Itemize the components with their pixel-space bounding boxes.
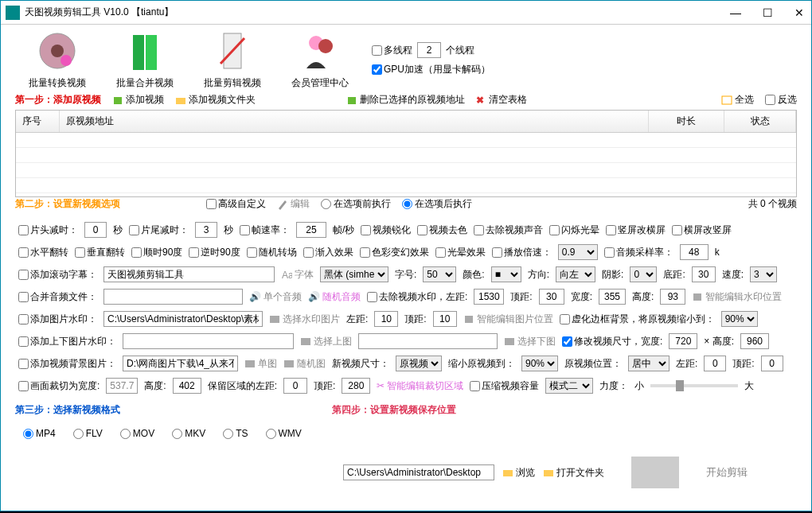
multi-thread-checkbox[interactable]: 多线程 bbox=[372, 44, 412, 57]
blur-select[interactable]: 90% bbox=[721, 311, 758, 327]
vh-input[interactable] bbox=[740, 333, 769, 349]
h2v-cb[interactable]: 横屏改竖屏 bbox=[672, 223, 732, 237]
bg-img-cb[interactable]: 添加视频背景图片： bbox=[18, 357, 116, 371]
new-size-select[interactable]: 原视频 bbox=[396, 356, 442, 371]
tool-merge[interactable]: 批量合并视频 bbox=[101, 29, 189, 90]
tb-wm-cb[interactable]: 添加上下图片水印： bbox=[18, 335, 116, 348]
gradual-cb[interactable]: 渐入效果 bbox=[303, 246, 353, 259]
bdist-input[interactable] bbox=[692, 266, 716, 282]
smart-crop-button[interactable]: ✂智能编辑裁切区域 bbox=[377, 379, 463, 393]
fmt-ts[interactable]: TS bbox=[223, 428, 248, 439]
mod-size-cb[interactable]: 修改视频尺寸，宽度: bbox=[562, 335, 662, 348]
pos-select[interactable]: 居中 bbox=[628, 356, 670, 371]
wm-l-input[interactable] bbox=[374, 311, 398, 327]
fps-cb[interactable]: 帧速率： bbox=[240, 223, 290, 237]
ccw-cb[interactable]: 逆时90度 bbox=[189, 246, 240, 259]
before-radio[interactable]: 在选项前执行 bbox=[321, 197, 391, 211]
crop-w-input[interactable] bbox=[106, 378, 138, 394]
tail-cut-cb[interactable]: 片尾减时： bbox=[129, 223, 189, 237]
start-button[interactable]: 开始剪辑 bbox=[706, 465, 748, 480]
keep-t-input[interactable] bbox=[342, 378, 370, 394]
vw-input[interactable] bbox=[669, 333, 697, 349]
tb-wm-input2[interactable] bbox=[358, 333, 498, 349]
tb-wm-input[interactable] bbox=[123, 333, 294, 349]
video-table[interactable]: 序号 原视频地址 时长 状态 bbox=[15, 110, 797, 197]
choose-top-button[interactable]: 选择上图 bbox=[300, 335, 352, 348]
compress-slider[interactable] bbox=[650, 384, 738, 387]
fmt-mkv[interactable]: MKV bbox=[172, 428, 205, 439]
dir-select[interactable]: 向左 bbox=[556, 266, 595, 282]
font-size-select[interactable]: 50 bbox=[423, 266, 456, 282]
sharpen-cb[interactable]: 视频锐化 bbox=[361, 223, 411, 237]
tail-cut-input[interactable] bbox=[195, 222, 217, 238]
color-select[interactable]: ■ bbox=[491, 266, 521, 282]
advanced-checkbox[interactable]: 高级自定义 bbox=[206, 197, 266, 211]
fps-input[interactable] bbox=[296, 222, 326, 238]
srate-cb[interactable]: 音频采样率： bbox=[604, 246, 673, 259]
merge-audio-input[interactable] bbox=[103, 289, 243, 305]
img-wm-cb[interactable]: 添加图片水印： bbox=[18, 313, 97, 326]
merge-audio-cb[interactable]: 合并音频文件： bbox=[18, 290, 97, 304]
cw-cb[interactable]: 顺时90度 bbox=[131, 246, 182, 259]
desat-cb[interactable]: 视频去色 bbox=[417, 223, 467, 237]
rand-img-button[interactable]: 随机图 bbox=[283, 357, 326, 371]
img-wm-path-input[interactable] bbox=[103, 311, 263, 327]
glow-cb[interactable]: 光晕效果 bbox=[435, 246, 486, 259]
font-button[interactable]: Aa字体 bbox=[281, 268, 314, 282]
save-path-input[interactable] bbox=[343, 464, 494, 480]
srate-input[interactable] bbox=[680, 244, 709, 260]
gpu-checkbox[interactable]: GPU加速（用显卡解码） bbox=[372, 63, 490, 76]
single-audio-button[interactable]: 🔊单个音频 bbox=[249, 290, 302, 304]
add-folder-button[interactable]: 添加视频文件夹 bbox=[175, 93, 256, 107]
invert-select-checkbox[interactable]: 反选 bbox=[765, 93, 797, 107]
rand-audio-button[interactable]: 🔊随机音频 bbox=[308, 290, 361, 304]
fmt-wmv[interactable]: WMV bbox=[266, 428, 302, 439]
shadow-select[interactable]: 0 bbox=[630, 266, 657, 282]
crop-h-input[interactable] bbox=[173, 378, 201, 394]
smart-wm-button[interactable]: 智能编辑水印位置 bbox=[692, 290, 782, 304]
scroll-text-input[interactable] bbox=[103, 266, 275, 282]
tool-member[interactable]: 会员管理中心 bbox=[276, 29, 364, 90]
choose-wm-button[interactable]: 选择水印图片 bbox=[269, 313, 340, 326]
edit-button[interactable]: 编辑 bbox=[277, 197, 310, 211]
tool-convert[interactable]: 批量转换视频 bbox=[14, 29, 101, 90]
speed-select[interactable]: 0.9 bbox=[558, 244, 598, 260]
speed-cb[interactable]: 播放倍速： bbox=[492, 246, 552, 259]
minimize-button[interactable]: — bbox=[728, 6, 743, 20]
single-img-button[interactable]: 单图 bbox=[244, 357, 277, 371]
close-button[interactable]: ✕ bbox=[792, 6, 806, 20]
flipv-cb[interactable]: 垂直翻转 bbox=[75, 246, 125, 259]
bg-path-input[interactable] bbox=[123, 356, 238, 371]
fliph-cb[interactable]: 水平翻转 bbox=[18, 246, 68, 259]
fmt-flv[interactable]: FLV bbox=[73, 428, 103, 439]
add-video-button[interactable]: 添加视频 bbox=[112, 93, 164, 107]
thread-count-input[interactable] bbox=[417, 42, 441, 58]
fmt-mov[interactable]: MOV bbox=[120, 428, 154, 439]
randtrans-cb[interactable]: 随机转场 bbox=[247, 246, 297, 259]
rm-wm-h-input[interactable] bbox=[660, 289, 685, 305]
delete-selected-button[interactable]: 删除已选择的原视频地址 bbox=[346, 93, 465, 107]
rm-audio-cb[interactable]: 去除视频声音 bbox=[474, 223, 543, 237]
nt-input[interactable] bbox=[761, 356, 783, 371]
shrink-select[interactable]: 90% bbox=[521, 356, 558, 371]
flash-cb[interactable]: 闪烁光晕 bbox=[549, 223, 599, 237]
head-cut-cb[interactable]: 片头减时： bbox=[18, 223, 78, 237]
font-select[interactable]: 黑体 (simhei) bbox=[320, 266, 388, 282]
nl-input[interactable] bbox=[704, 356, 726, 371]
v2h-cb[interactable]: 竖屏改横屏 bbox=[606, 223, 666, 237]
clear-table-button[interactable]: ✖清空表格 bbox=[476, 93, 527, 107]
fmt-mp4[interactable]: MP4 bbox=[23, 428, 56, 439]
rm-wm-cb[interactable]: 去除视频水印，左距: bbox=[367, 290, 467, 304]
wm-t-input[interactable] bbox=[433, 311, 457, 327]
keep-l-input[interactable] bbox=[283, 378, 307, 394]
head-cut-input[interactable] bbox=[84, 222, 107, 238]
scroll-text-cb[interactable]: 添加滚动字幕： bbox=[18, 268, 97, 282]
colorshift-cb[interactable]: 色彩变幻效果 bbox=[360, 246, 429, 259]
rm-wm-l-input[interactable] bbox=[474, 289, 504, 305]
compress-mode-select[interactable]: 模式二 bbox=[545, 378, 593, 394]
maximize-button[interactable]: ☐ bbox=[760, 6, 775, 20]
tool-edit[interactable]: 批量剪辑视频 bbox=[189, 29, 276, 90]
crop-cb[interactable]: 画面裁切为宽度: bbox=[18, 379, 100, 393]
choose-bot-button[interactable]: 选择下图 bbox=[504, 335, 556, 348]
compress-cb[interactable]: 压缩视频容量 bbox=[470, 379, 539, 393]
